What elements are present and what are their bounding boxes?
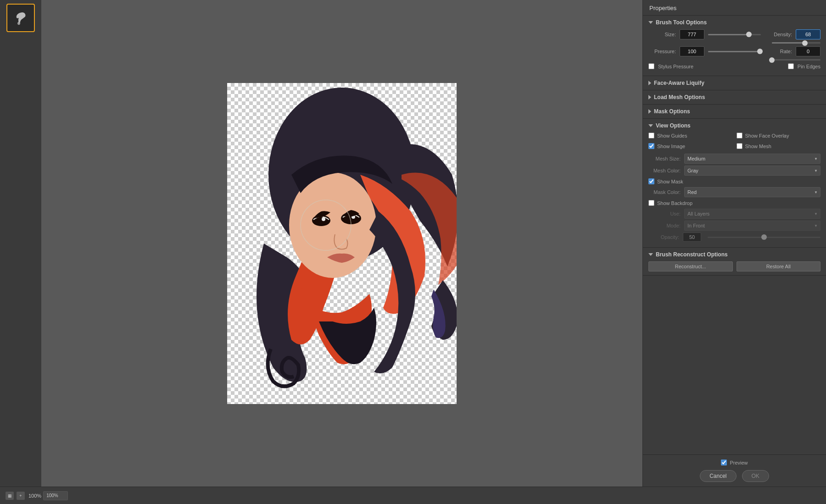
face-aware-header[interactable]: Face-Aware Liquify bbox=[648, 80, 820, 86]
brush-reconstruct-section: Brush Reconstruct Options Reconstruct...… bbox=[643, 248, 826, 276]
size-slider[interactable] bbox=[708, 30, 761, 39]
mesh-color-dropdown[interactable]: Gray Red Green Blue White Black bbox=[684, 166, 820, 176]
mesh-size-dropdown-wrapper: Medium Small Large bbox=[684, 154, 820, 164]
zoom-dropdown[interactable]: 100% 50% 200% Fit bbox=[43, 491, 68, 500]
show-face-overlay-label: Show Face Overlay bbox=[745, 133, 789, 138]
pressure-input[interactable] bbox=[680, 46, 704, 56]
ok-button[interactable]: OK bbox=[742, 470, 769, 482]
brush-reconstruct-header[interactable]: Brush Reconstruct Options bbox=[648, 251, 820, 258]
canvas-container bbox=[227, 83, 457, 404]
brush-reconstruct-label: Brush Reconstruct Options bbox=[656, 251, 728, 258]
pin-edges-label: Pin Edges bbox=[798, 64, 820, 69]
preview-label: Preview bbox=[730, 460, 748, 465]
mesh-color-label: Mesh Color: bbox=[648, 168, 681, 173]
load-mesh-header[interactable]: Load Mesh Options bbox=[648, 94, 820, 100]
mask-options-section: Mask Options bbox=[643, 105, 826, 119]
right-panel: Properties Brush Tool Options Size: bbox=[642, 0, 826, 487]
show-guides-row: Show Guides bbox=[648, 133, 733, 138]
stylus-pin-row: Stylus Pressure Pin Edges bbox=[648, 63, 820, 69]
stylus-pressure-checkbox[interactable] bbox=[648, 63, 654, 69]
rate-slider[interactable] bbox=[772, 59, 820, 61]
mask-color-label: Mask Color: bbox=[648, 189, 681, 195]
size-input[interactable] bbox=[680, 29, 704, 39]
opacity-row: Opacity: bbox=[648, 233, 820, 242]
show-image-row: Show Image bbox=[648, 143, 733, 149]
expand-icon-mask bbox=[648, 109, 651, 114]
pin-edges-checkbox[interactable] bbox=[788, 63, 794, 69]
show-image-label: Show Image bbox=[657, 144, 685, 149]
info-icon[interactable]: + bbox=[17, 492, 25, 500]
restore-all-button[interactable]: Restore All bbox=[737, 261, 821, 271]
cancel-button[interactable]: Cancel bbox=[700, 470, 736, 482]
zoom-value: 100% bbox=[28, 493, 41, 498]
show-guides-label: Show Guides bbox=[657, 133, 687, 138]
pressure-label: Pressure: bbox=[648, 49, 676, 54]
rate-label: Rate: bbox=[765, 49, 792, 54]
mask-color-dropdown[interactable]: Red Green Blue Gray White Black bbox=[684, 187, 820, 197]
opacity-slider[interactable] bbox=[708, 237, 820, 238]
show-face-overlay-checkbox[interactable] bbox=[737, 133, 742, 138]
preview-row: Preview bbox=[648, 460, 820, 465]
rate-slider-row bbox=[648, 59, 820, 61]
show-backdrop-checkbox[interactable] bbox=[648, 200, 654, 206]
liquify-brush-tool[interactable] bbox=[6, 4, 35, 32]
density-slider[interactable] bbox=[772, 42, 820, 44]
mode-dropdown-wrapper: In Front Behind Blend bbox=[684, 221, 820, 231]
panel-bottom: Preview Cancel OK bbox=[643, 454, 826, 487]
reconstruct-button[interactable]: Reconstruct... bbox=[648, 261, 733, 271]
reconstruct-buttons: Reconstruct... Restore All bbox=[648, 261, 820, 271]
face-aware-label: Face-Aware Liquify bbox=[654, 80, 704, 86]
use-label: Use: bbox=[648, 211, 681, 216]
rate-input[interactable] bbox=[796, 46, 820, 56]
show-mask-checkbox[interactable] bbox=[648, 178, 654, 184]
bottom-bar: ▦ + 100% 100% 50% 200% Fit bbox=[0, 487, 826, 504]
use-dropdown[interactable]: All Layers Selected Layer bbox=[684, 209, 820, 219]
expand-icon-reconstruct bbox=[648, 253, 653, 256]
show-guides-checkbox[interactable] bbox=[648, 133, 654, 138]
expand-icon bbox=[648, 21, 653, 24]
mode-label: Mode: bbox=[648, 223, 681, 228]
size-label: Size: bbox=[648, 32, 676, 37]
show-mask-label: Show Mask bbox=[657, 179, 683, 184]
expand-icon-mesh bbox=[648, 95, 651, 100]
load-mesh-label: Load Mesh Options bbox=[654, 94, 705, 100]
svg-point-5 bbox=[322, 217, 325, 221]
brush-tool-options-label: Brush Tool Options bbox=[656, 19, 707, 26]
use-row: Use: All Layers Selected Layer bbox=[648, 209, 820, 219]
pressure-rate-row: Pressure: Rate: bbox=[648, 46, 820, 56]
panel-title: Properties bbox=[643, 0, 826, 16]
panel-content: Brush Tool Options Size: Density: bbox=[643, 16, 826, 454]
left-toolbar bbox=[0, 0, 41, 487]
brush-tool-options-header[interactable]: Brush Tool Options bbox=[648, 19, 820, 26]
brush-tool-options-section: Brush Tool Options Size: Density: bbox=[643, 16, 826, 76]
show-mesh-row: Show Mesh bbox=[737, 143, 821, 149]
show-face-overlay-row: Show Face Overlay bbox=[737, 133, 821, 138]
pressure-slider[interactable] bbox=[708, 47, 761, 55]
mask-options-header[interactable]: Mask Options bbox=[648, 108, 820, 115]
view-grid-row1: Show Guides Show Face Overlay bbox=[648, 133, 820, 140]
view-options-header[interactable]: View Options bbox=[648, 122, 820, 129]
show-mesh-label: Show Mesh bbox=[745, 144, 771, 149]
mask-color-dropdown-wrapper: Red Green Blue Gray White Black bbox=[684, 187, 820, 197]
artwork bbox=[227, 83, 457, 404]
density-input[interactable] bbox=[796, 29, 820, 39]
view-options-section: View Options Show Guides Show Face Overl… bbox=[643, 119, 826, 248]
canvas-area bbox=[41, 0, 642, 487]
mesh-size-dropdown[interactable]: Medium Small Large bbox=[684, 154, 820, 164]
mask-options-label: Mask Options bbox=[654, 108, 690, 115]
show-backdrop-label: Show Backdrop bbox=[657, 200, 692, 206]
stylus-pressure-label: Stylus Pressure bbox=[658, 64, 693, 69]
mask-color-row: Mask Color: Red Green Blue Gray White Bl… bbox=[648, 187, 820, 197]
mode-dropdown[interactable]: In Front Behind Blend bbox=[684, 221, 820, 231]
zoom-control: 100% 100% 50% 200% Fit bbox=[28, 491, 68, 500]
bottom-icons: ▦ + bbox=[6, 492, 25, 500]
expand-icon-face bbox=[648, 81, 651, 85]
show-image-checkbox[interactable] bbox=[648, 143, 654, 149]
opacity-input[interactable] bbox=[683, 233, 701, 242]
mesh-size-label: Mesh Size: bbox=[648, 156, 681, 161]
use-dropdown-wrapper: All Layers Selected Layer bbox=[684, 209, 820, 219]
show-mesh-checkbox[interactable] bbox=[737, 143, 742, 149]
expand-icon-view bbox=[648, 124, 653, 127]
layers-icon[interactable]: ▦ bbox=[6, 492, 14, 500]
preview-checkbox[interactable] bbox=[721, 460, 727, 465]
